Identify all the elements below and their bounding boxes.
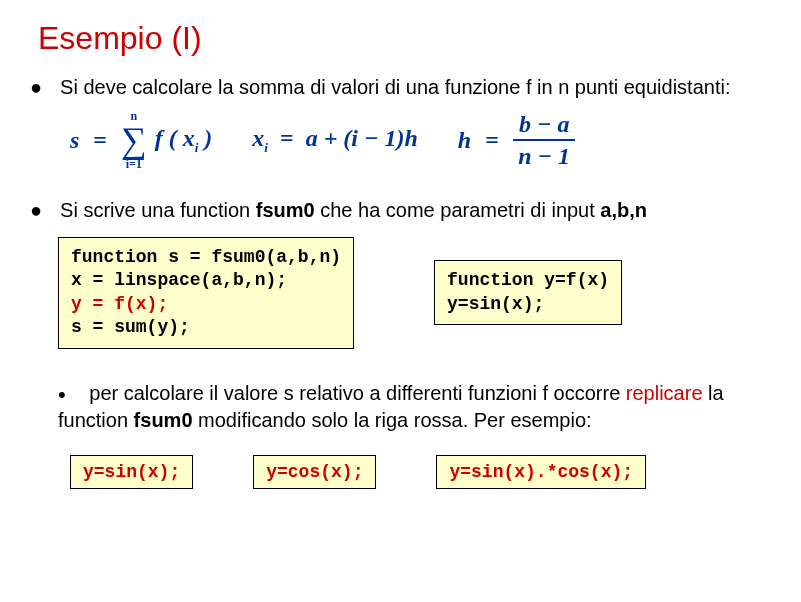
code-row: function s = fsum0(a,b,n) x = linspace(a… bbox=[58, 237, 771, 349]
sum-lhs: s bbox=[70, 127, 79, 154]
bullet-icon: ● bbox=[30, 75, 42, 99]
bullet-2-text: Si scrive una function fsum0 che ha come… bbox=[60, 198, 647, 223]
h-fraction: b − a n − 1 bbox=[513, 111, 576, 170]
bullet-icon: ● bbox=[30, 198, 42, 222]
sigma-operator: n ∑ i=1 bbox=[121, 110, 147, 170]
bullet-1-text: Si deve calcolare la somma di valori di … bbox=[60, 75, 730, 100]
bullet-2: ● Si scrive una function fsum0 che ha co… bbox=[30, 198, 771, 223]
example-2: y=cos(x); bbox=[253, 455, 376, 489]
slide-title: Esempio (I) bbox=[38, 20, 771, 57]
sum-rhs: f ( xi ) bbox=[155, 125, 213, 156]
equals-sign: = bbox=[87, 127, 113, 154]
code-fsum0: function s = fsum0(a,b,n) x = linspace(a… bbox=[58, 237, 354, 349]
example-3: y=sin(x).*cos(x); bbox=[436, 455, 646, 489]
paragraph: • per calcolare il valore s relativo a d… bbox=[58, 379, 758, 434]
h-expression: h = b − a n − 1 bbox=[458, 111, 576, 170]
example-1: y=sin(x); bbox=[70, 455, 193, 489]
math-formulas: s = n ∑ i=1 f ( xi ) xi = a + (i − 1)h h… bbox=[70, 110, 771, 170]
xi-expression: xi = a + (i − 1)h bbox=[252, 125, 418, 156]
examples-row: y=sin(x); y=cos(x); y=sin(x).*cos(x); bbox=[70, 455, 771, 489]
bullet-1: ● Si deve calcolare la somma di valori d… bbox=[30, 75, 771, 100]
code-f: function y=f(x) y=sin(x); bbox=[434, 260, 622, 325]
bullet-icon: • bbox=[58, 382, 66, 407]
sum-expression: s = n ∑ i=1 f ( xi ) bbox=[70, 110, 212, 170]
